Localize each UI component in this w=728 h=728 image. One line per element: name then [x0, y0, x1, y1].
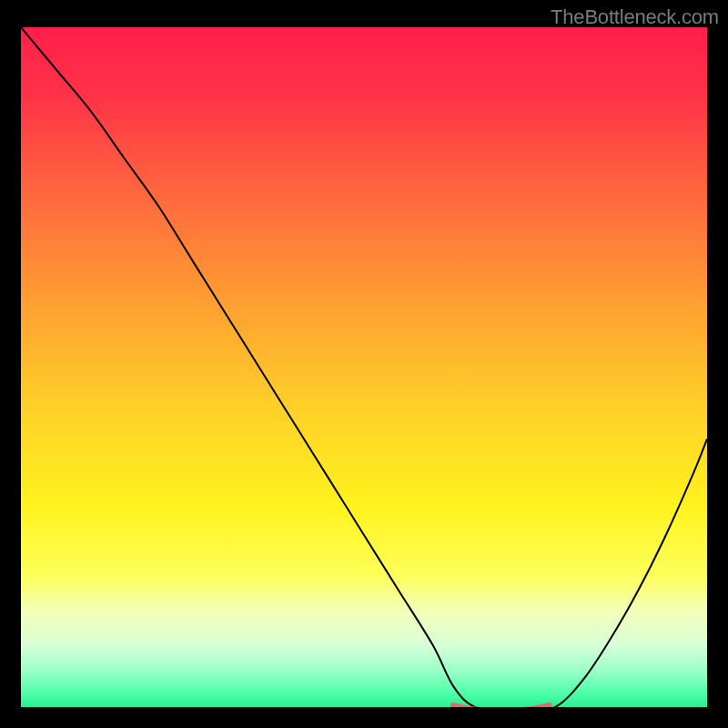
chart-stage: TheBottleneck.com [0, 0, 728, 728]
bottleneck-curve [21, 27, 707, 707]
attribution-text: TheBottleneck.com [551, 5, 719, 29]
curve-layer [21, 27, 707, 707]
plot-area [21, 27, 707, 707]
minimum-marker [453, 705, 550, 707]
